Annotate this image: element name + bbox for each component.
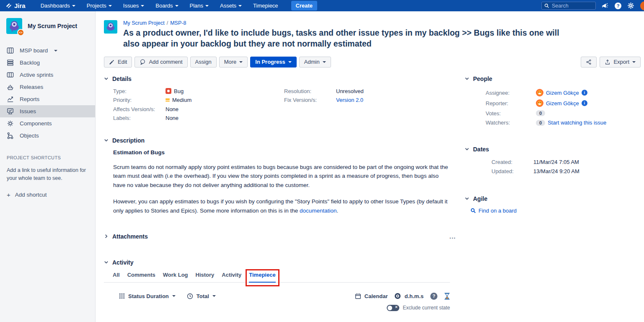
status-duration-dropdown[interactable]: Status Duration (119, 293, 176, 299)
export-button[interactable]: Export (600, 57, 641, 68)
updated-value: 13/Mar/24 9:20 AM (533, 168, 579, 174)
assign-button[interactable]: Assign (190, 57, 217, 68)
project-header: <> My Scrum Project (0, 18, 95, 34)
nav-item-label: Plans (190, 3, 204, 9)
assign-label: Assign (195, 59, 212, 65)
edit-button[interactable]: Edit (104, 57, 132, 68)
attachments-more-button[interactable]: ... (449, 235, 456, 238)
chevron-down-icon (239, 61, 243, 63)
issues-icon (6, 107, 14, 115)
nav-item-timepiece[interactable]: Timepiece (253, 3, 278, 9)
create-button[interactable]: Create (291, 1, 317, 10)
project-avatar[interactable]: <> (6, 18, 22, 34)
nav-item-label: Issues (123, 3, 139, 9)
nav-item-plans[interactable]: Plans (190, 3, 209, 9)
status-button[interactable]: In Progress (250, 57, 297, 68)
add-shortcut-button[interactable]: + Add shortcut (7, 191, 88, 198)
calendar-label: Calendar (365, 293, 388, 299)
hourglass-icon[interactable] (444, 293, 450, 300)
user-avatar[interactable] (640, 1, 644, 10)
nav-item-issues[interactable]: Issues (123, 3, 145, 9)
assignee-name-link[interactable]: Gizem Gökçe (546, 90, 579, 96)
bug-type-icon (166, 88, 171, 94)
breadcrumb-project-link[interactable]: My Scrum Project (123, 20, 165, 26)
share-button[interactable] (581, 57, 597, 68)
chevron-down-icon (288, 61, 292, 63)
affects-version-field-value: None (166, 105, 284, 114)
tab-work-log[interactable]: Work Log (163, 272, 188, 282)
grid-icon (119, 293, 125, 299)
sidebar-item-label: Objects (20, 132, 39, 139)
tab-history[interactable]: History (196, 272, 215, 282)
attachments-header-label: Attachments (112, 233, 148, 240)
nav-item-projects[interactable]: Projects (87, 3, 112, 9)
time-format-label: d.h.m.s (404, 293, 424, 299)
jira-brand[interactable]: Jira (5, 2, 26, 9)
search-input[interactable] (552, 3, 593, 9)
more-button[interactable]: More (219, 57, 248, 68)
activity-section-header[interactable]: Activity (104, 259, 458, 266)
nav-item-dashboards[interactable]: Dashboards (41, 3, 75, 9)
created-value: 11/Mar/24 7:05 AM (533, 159, 579, 165)
affects-version-field-label: Affects Version/s: (113, 105, 166, 114)
tab-activity[interactable]: Activity (222, 272, 241, 282)
nav-item-boards[interactable]: Boards (155, 3, 178, 9)
add-comment-button[interactable]: Add comment (134, 57, 187, 68)
timepiece-panel: Status Duration Total (104, 293, 450, 322)
details-section-header[interactable]: Details (104, 75, 458, 82)
sidebar-item-issues[interactable]: Issues (0, 105, 95, 117)
agile-section-header[interactable]: Agile (465, 195, 644, 202)
sidebar-item-releases[interactable]: Releases (0, 81, 95, 93)
sidebar-item-msp-board[interactable]: MSP board (0, 44, 95, 57)
nav-right-cluster: ? (541, 1, 644, 10)
time-format-button[interactable]: d.h.m.s (394, 293, 424, 299)
calendar-button[interactable]: Calendar (355, 293, 388, 299)
activity-header-label: Activity (112, 259, 134, 266)
total-dropdown[interactable]: Total (187, 293, 216, 299)
reporter-name-link[interactable]: Gizem Gökçe (546, 100, 579, 106)
sidebar-nav: MSP board Backlog Active sprints Release… (0, 44, 95, 142)
admin-button[interactable]: Admin (299, 57, 331, 68)
info-icon[interactable]: i (582, 90, 587, 96)
attachments-section: Attachments ... (104, 233, 458, 240)
chevron-down-icon (465, 147, 469, 151)
description-section-header[interactable]: Description (104, 137, 458, 144)
project-sidebar: <> My Scrum Project MSP board Backlog Ac… (0, 11, 96, 322)
fix-version-link[interactable]: Version 2.0 (336, 96, 363, 105)
sidebar-item-backlog[interactable]: Backlog (0, 57, 95, 69)
created-label: Created: (491, 159, 533, 165)
exclude-current-state-toggle[interactable]: ✕ (387, 305, 399, 311)
assignee-avatar (536, 89, 543, 96)
dates-section-header[interactable]: Dates (465, 146, 644, 153)
gear-icon[interactable] (627, 2, 634, 9)
issue-title: As a product owner, I'd like to include … (123, 27, 574, 49)
start-watching-link[interactable]: Start watching this issue (548, 119, 606, 126)
breadcrumb-issue-key-link[interactable]: MSP-8 (170, 20, 186, 26)
nav-search (541, 2, 596, 10)
documentation-link[interactable]: documentation (300, 208, 337, 214)
megaphone-icon[interactable] (602, 2, 609, 9)
tab-comments[interactable]: Comments (127, 272, 155, 282)
sidebar-item-components[interactable]: Components (0, 117, 95, 130)
sidebar-item-reports[interactable]: Reports (0, 93, 95, 105)
help-icon[interactable]: ? (615, 3, 621, 9)
watchers-badge[interactable]: 0 (536, 120, 545, 126)
sidebar-item-objects[interactable]: Objects (0, 130, 95, 142)
priority-field-value: Medium (166, 96, 284, 105)
attachments-section-header[interactable]: Attachments (104, 233, 148, 240)
votes-badge[interactable]: 0 (536, 110, 545, 116)
objects-icon (6, 132, 14, 140)
priority-medium-icon (166, 99, 170, 101)
people-section-header[interactable]: People (465, 75, 644, 82)
sidebar-item-active-sprints[interactable]: Active sprints (0, 69, 95, 81)
tab-timepiece[interactable]: Timepiece (249, 272, 275, 282)
tab-all[interactable]: All (113, 272, 120, 282)
find-on-board-link[interactable]: Find on a board (471, 208, 644, 214)
info-icon[interactable]: i (582, 100, 587, 106)
help-glyph: ? (617, 3, 620, 8)
people-header-label: People (473, 75, 492, 82)
details-fields: Type: Bug Resolution: Unresolved Priorit… (113, 87, 458, 123)
nav-item-assets[interactable]: Assets (220, 3, 242, 9)
components-icon (6, 119, 14, 127)
timepiece-help-icon[interactable]: ? (430, 293, 437, 300)
